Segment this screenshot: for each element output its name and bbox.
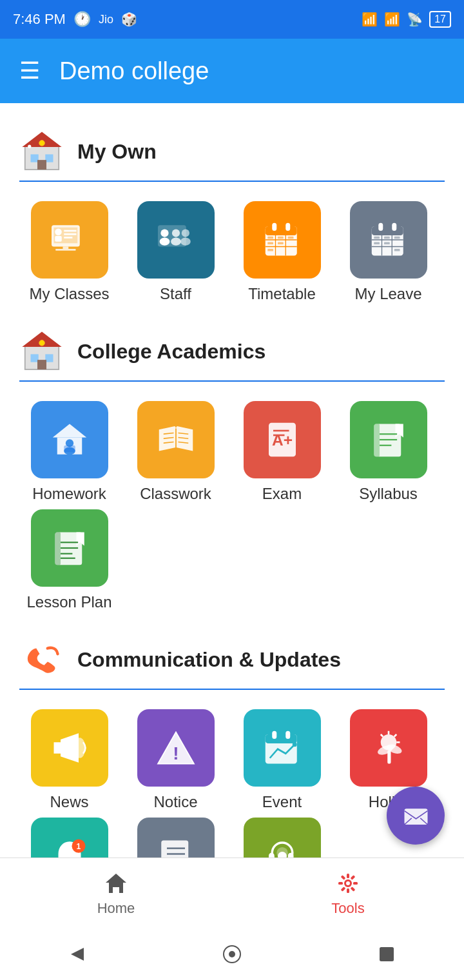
svg-rect-24 [265,226,296,235]
lesson-plan-icon [47,525,92,571]
my-own-grid: My Classes Staff [19,195,445,316]
svg-rect-47 [394,237,400,239]
svg-rect-126 [338,882,343,885]
communication-icon [19,637,64,682]
exam-item[interactable]: A+ Exam [232,401,332,503]
svg-rect-74 [374,424,380,457]
svg-rect-124 [347,874,349,878]
status-left: 7:46 PM 🕐 Jio 🎲 [13,11,137,28]
svg-rect-125 [347,888,349,893]
svg-rect-32 [278,237,284,239]
event-item[interactable]: Event [232,709,332,811]
svg-rect-39 [378,223,383,231]
svg-text:A+: A+ [271,431,292,449]
timetable-item[interactable]: Timetable [232,201,332,303]
svg-rect-15 [55,249,76,251]
signal-icon2: 📶 [384,12,400,27]
jio-icon: Jio [99,13,113,26]
status-right: 📶 📶 📡 17 [362,11,451,28]
svg-point-86 [74,738,86,758]
classwork-item[interactable]: Classwork [126,401,226,503]
college-building-icon [19,329,64,374]
svg-rect-45 [374,237,380,239]
my-leave-item[interactable]: My Leave [338,201,438,303]
battery-indicator: 17 [429,11,451,28]
syllabus-label: Syllabus [359,485,418,503]
home-nav-icon [103,870,129,896]
news-item[interactable]: News [19,709,119,811]
homework-icon-box [31,401,108,478]
lesson-plan-item[interactable]: Lesson Plan [19,509,119,611]
svg-rect-130 [341,887,346,892]
svg-rect-14 [63,247,68,250]
svg-text:1: 1 [76,842,81,851]
svg-rect-26 [285,223,290,231]
svg-point-20 [171,238,181,246]
staff-item[interactable]: Staff [126,201,226,303]
home-button[interactable] [216,938,248,970]
svg-text:!: ! [173,743,179,763]
svg-rect-135 [380,948,393,961]
nav-tools[interactable]: Tools [232,858,464,928]
svg-rect-127 [353,882,358,885]
college-academics-section-header: College Academics [19,316,445,380]
svg-rect-116 [404,808,427,825]
news-label: News [50,793,88,811]
timetable-icon [260,217,305,262]
staff-icon [153,217,198,262]
college-academics-divider [19,380,445,382]
my-classes-icon-box [31,201,108,279]
ludo-icon: 🎲 [121,12,137,27]
staff-label: Staff [160,285,191,303]
svg-point-123 [346,881,350,885]
notice-item[interactable]: ! Notice [126,709,226,811]
svg-rect-91 [272,731,276,739]
time-display: 7:46 PM [13,11,66,28]
news-icon [47,725,92,770]
communication-title: Communication & Updates [77,648,341,672]
svg-marker-57 [52,424,86,438]
communication-divider [19,689,445,690]
svg-point-21 [181,229,189,237]
svg-point-22 [180,238,191,246]
svg-rect-48 [374,242,380,245]
app-title: Demo college [59,57,209,85]
wifi-icon: 📡 [407,12,423,27]
svg-point-134 [229,951,235,957]
college-academics-title: College Academics [77,340,266,364]
svg-rect-25 [272,223,276,231]
homework-label: Homework [32,485,106,503]
event-label: Event [262,793,302,811]
svg-point-18 [159,238,169,246]
syllabus-item[interactable]: Syllabus [338,401,438,503]
my-leave-icon [366,217,411,262]
tools-nav-label: Tools [331,900,364,917]
system-nav-bar [0,928,464,980]
svg-rect-40 [392,223,396,231]
bottom-nav: Home Tools [0,858,464,928]
status-bar: 7:46 PM 🕐 Jio 🎲 📶 📶 📡 17 [0,0,464,39]
svg-rect-3 [45,154,53,162]
nav-home[interactable]: Home [0,858,232,928]
homework-item[interactable]: Homework [19,401,119,503]
svg-point-93 [292,742,296,747]
svg-rect-128 [341,875,346,880]
svg-point-17 [160,229,168,237]
timetable-label: Timetable [248,285,315,303]
fab-message-button[interactable] [387,787,445,845]
hamburger-menu-icon[interactable]: ☰ [19,57,40,84]
svg-point-56 [39,340,45,346]
svg-rect-2 [31,154,39,162]
recents-button[interactable] [371,938,403,970]
svg-marker-132 [71,948,84,961]
back-triangle-icon [68,945,87,964]
holiday-icon-box [350,709,427,787]
my-leave-label: My Leave [354,285,421,303]
svg-rect-5 [28,145,31,148]
tools-nav-icon [335,870,361,896]
back-button[interactable] [61,938,93,970]
event-icon-box [244,709,321,787]
classwork-icon [153,417,198,462]
classwork-icon-box [137,401,215,478]
my-classes-item[interactable]: My Classes [19,201,119,303]
